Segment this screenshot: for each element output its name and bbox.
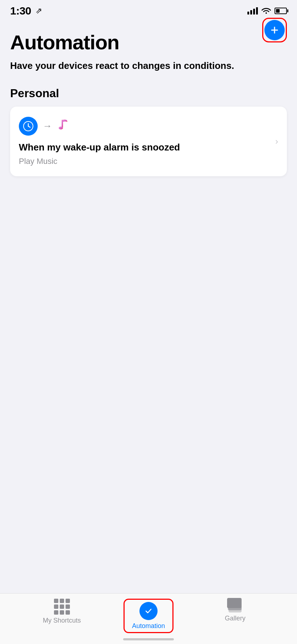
section-title: Personal <box>10 87 287 100</box>
music-note-icon <box>57 117 72 135</box>
tab-automation-label: Automation <box>132 622 165 630</box>
home-indicator <box>123 638 174 640</box>
my-shortcuts-icon <box>54 599 70 615</box>
status-bar: 1:30 ⇗ <box>0 0 297 20</box>
main-content: Automation Have your devices react to ch… <box>0 23 297 176</box>
add-button[interactable] <box>264 20 285 40</box>
tab-gallery-label: Gallery <box>225 615 246 622</box>
status-icons <box>247 7 287 16</box>
location-icon: ⇗ <box>35 6 42 16</box>
card-action-label: Play Music <box>19 157 269 166</box>
tab-bar: My Shortcuts Automation Gallery <box>0 593 297 644</box>
svg-point-6 <box>59 127 63 129</box>
svg-rect-5 <box>62 120 63 128</box>
gallery-icon <box>227 599 243 612</box>
page-header <box>0 20 297 23</box>
clock-icon <box>19 117 38 136</box>
card-left: → <box>19 117 269 166</box>
card-trigger-label: When my wake-up alarm is snoozed <box>19 141 269 154</box>
add-button-highlight <box>262 18 287 42</box>
automation-tab-icon <box>139 602 158 620</box>
arrow-icon: → <box>43 120 52 132</box>
page-title: Automation <box>10 30 287 54</box>
automation-card[interactable]: → <box>10 107 287 176</box>
tab-my-shortcuts-label: My Shortcuts <box>43 617 81 624</box>
svg-point-7 <box>143 606 154 616</box>
signal-icon <box>247 7 258 15</box>
status-time: 1:30 <box>10 5 31 17</box>
svg-line-4 <box>28 126 30 127</box>
tab-my-shortcuts[interactable]: My Shortcuts <box>0 599 124 624</box>
battery-icon <box>275 8 287 14</box>
page-subtitle: Have your devices react to changes in co… <box>10 60 287 72</box>
wifi-icon <box>262 7 271 16</box>
card-chevron-icon: › <box>275 136 278 146</box>
tab-gallery[interactable]: Gallery <box>173 599 297 622</box>
tab-automation[interactable]: Automation <box>124 599 173 633</box>
card-icons-row: → <box>19 117 269 136</box>
